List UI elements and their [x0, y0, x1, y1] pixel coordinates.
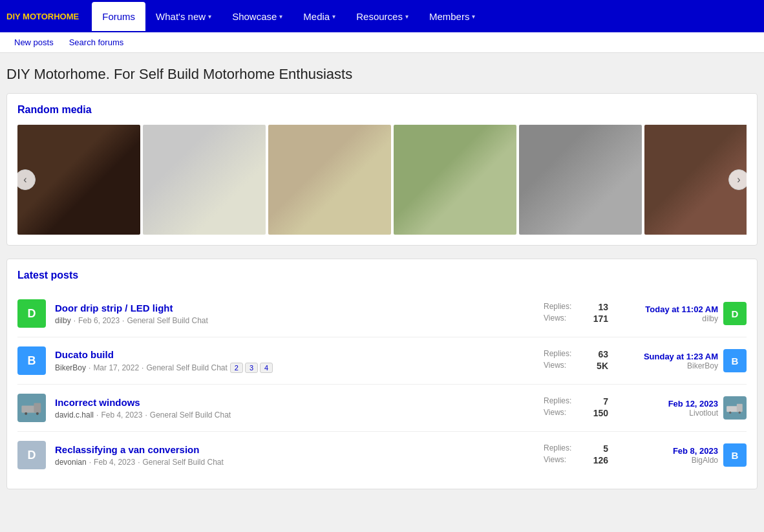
latest-author: Livotlout	[668, 409, 718, 418]
latest-date[interactable]: Sunday at 1:23 AM	[644, 352, 718, 361]
random-media-section: Random media ‹ ›	[6, 93, 758, 246]
latest-info: Feb 8, 2023 BigAldo	[673, 446, 718, 465]
svg-rect-0	[21, 406, 36, 413]
replies-label: Replies:	[544, 302, 571, 312]
post-title[interactable]: Incorrect windows	[55, 397, 535, 408]
post-latest: Feb 12, 2023 Livotlout	[617, 396, 747, 420]
views-count: 126	[593, 455, 608, 465]
avatar	[17, 394, 46, 422]
post-author: BikerBoy	[55, 363, 86, 372]
chevron-down-icon: ▾	[208, 13, 211, 20]
chevron-down-icon: ▾	[472, 13, 475, 20]
avatar: D	[17, 299, 46, 328]
table-row: D Door drip strip / LED light dilby · Fe…	[17, 290, 747, 337]
page-links: 2 3 4	[230, 363, 273, 373]
views-count: 5K	[597, 361, 608, 371]
svg-point-3	[36, 412, 39, 415]
views-label: Views:	[544, 408, 566, 418]
latest-posts-title: Latest posts	[17, 270, 747, 281]
post-latest: Today at 11:02 AM dilby D	[617, 302, 747, 325]
chevron-down-icon: ▾	[405, 13, 409, 20]
media-thumbnail[interactable]	[143, 125, 266, 235]
post-latest: Sunday at 1:23 AM BikerBoy B	[617, 349, 747, 372]
post-forum: General Self Build Chat	[127, 316, 207, 325]
avatar: D	[17, 441, 46, 469]
media-thumbnail[interactable]	[17, 125, 140, 235]
replies-label: Replies:	[544, 349, 571, 359]
post-stats: Replies: 5 Views: 126	[544, 443, 608, 467]
latest-avatar: B	[723, 349, 747, 372]
page-content: DIY Motorhome. For Self Build Motorhome …	[0, 53, 764, 502]
latest-info: Today at 11:02 AM dilby	[645, 304, 718, 323]
sub-navigation: New posts Search forums	[0, 32, 764, 53]
page-link[interactable]: 3	[245, 363, 258, 373]
replies-count: 63	[598, 349, 608, 359]
views-label: Views:	[544, 455, 566, 465]
latest-avatar	[723, 396, 747, 420]
latest-info: Feb 12, 2023 Livotlout	[668, 399, 718, 418]
replies-count: 13	[598, 302, 608, 312]
views-label: Views:	[544, 361, 566, 371]
post-meta: BikerBoy · Mar 17, 2022 · General Self B…	[55, 363, 535, 373]
random-media-title: Random media	[17, 104, 747, 116]
post-main: Door drip strip / LED light dilby · Feb …	[55, 303, 535, 325]
table-row: Incorrect windows david.c.hall · Feb 4, …	[17, 385, 747, 432]
sub-nav-new-posts[interactable]: New posts	[6, 32, 61, 52]
latest-avatar: D	[723, 302, 747, 325]
post-meta: david.c.hall · Feb 4, 2023 · General Sel…	[55, 410, 535, 420]
replies-label: Replies:	[544, 396, 571, 407]
post-author: dilby	[55, 316, 71, 325]
svg-point-2	[25, 412, 27, 415]
page-link[interactable]: 4	[260, 363, 273, 373]
svg-rect-4	[727, 406, 738, 412]
media-thumbnail[interactable]	[268, 125, 391, 235]
media-thumbnail[interactable]	[394, 125, 516, 235]
svg-point-6	[729, 412, 731, 414]
latest-posts-section: Latest posts D Door drip strip / LED lig…	[6, 259, 758, 489]
post-latest: Feb 8, 2023 BigAldo B	[617, 443, 747, 467]
post-main: Incorrect windows david.c.hall · Feb 4, …	[55, 397, 535, 420]
nav-item-forums[interactable]: Forums	[92, 2, 145, 31]
nav-item-members[interactable]: Members ▾	[419, 2, 486, 31]
nav-item-resources[interactable]: Resources ▾	[346, 2, 419, 31]
post-meta: devonian · Feb 4, 2023 · General Self Bu…	[55, 458, 535, 467]
svg-rect-1	[34, 403, 41, 413]
latest-date[interactable]: Feb 12, 2023	[668, 399, 718, 409]
post-author: david.c.hall	[55, 410, 94, 420]
latest-date[interactable]: Feb 8, 2023	[673, 446, 718, 456]
post-title[interactable]: Reclassifying a van conversion	[55, 444, 535, 455]
post-date: Feb 4, 2023	[101, 410, 142, 420]
post-date: Feb 4, 2023	[94, 458, 135, 467]
latest-info: Sunday at 1:23 AM BikerBoy	[644, 352, 718, 370]
nav-items: Forums What's new ▾ Showcase ▾ Media ▾ R…	[92, 2, 485, 31]
views-count: 150	[593, 408, 608, 418]
nav-item-media[interactable]: Media ▾	[293, 2, 346, 31]
table-row: B Ducato build BikerBoy · Mar 17, 2022 ·…	[17, 337, 747, 385]
post-main: Reclassifying a van conversion devonian …	[55, 444, 535, 467]
post-stats: Replies: 63 Views: 5K	[544, 349, 608, 372]
replies-count: 5	[603, 443, 608, 454]
page-link[interactable]: 2	[230, 363, 243, 373]
latest-author: BikerBoy	[644, 361, 718, 370]
sub-nav-search-forums[interactable]: Search forums	[61, 32, 132, 52]
views-count: 171	[593, 314, 608, 324]
views-label: Views:	[544, 314, 566, 324]
media-images	[17, 125, 747, 235]
chevron-down-icon: ▾	[279, 13, 282, 20]
media-carousel: ‹ ›	[17, 125, 747, 235]
post-forum: General Self Build Chat	[142, 458, 223, 467]
nav-item-whats-new[interactable]: What's new ▾	[145, 2, 222, 31]
post-title[interactable]: Door drip strip / LED light	[55, 303, 535, 314]
post-date: Feb 6, 2023	[78, 316, 120, 325]
carousel-next-button[interactable]: ›	[728, 169, 747, 190]
replies-count: 7	[603, 396, 608, 407]
latest-date[interactable]: Today at 11:02 AM	[645, 304, 718, 314]
media-thumbnail[interactable]	[519, 125, 642, 235]
post-main: Ducato build BikerBoy · Mar 17, 2022 · G…	[55, 349, 535, 373]
post-forum: General Self Build Chat	[150, 410, 231, 420]
svg-rect-5	[737, 404, 743, 412]
site-logo: DIY MOTORHOME	[6, 12, 79, 21]
nav-item-showcase[interactable]: Showcase ▾	[222, 2, 293, 31]
post-title[interactable]: Ducato build	[55, 349, 535, 360]
latest-author: dilby	[645, 314, 718, 323]
